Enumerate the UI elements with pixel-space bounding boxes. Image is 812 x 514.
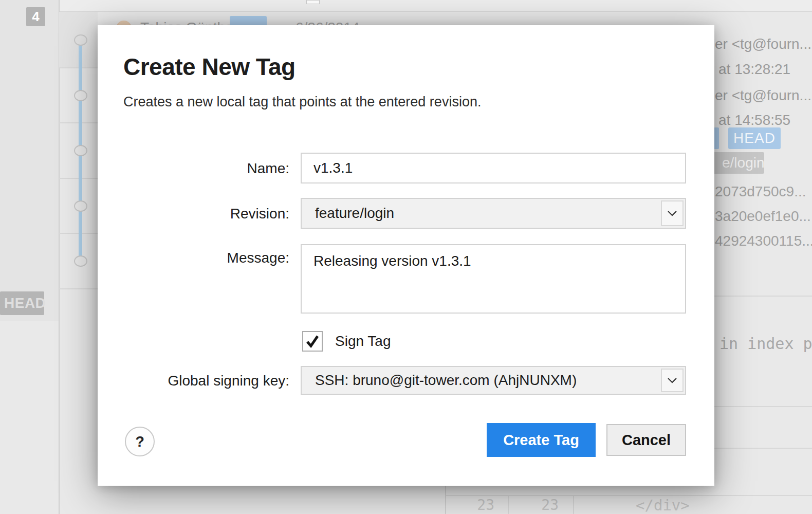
checkmark-icon <box>305 335 320 348</box>
pane-divider <box>709 406 812 407</box>
chevron-down-icon[interactable] <box>661 369 684 392</box>
commit-node <box>74 34 87 46</box>
pane-divider <box>709 448 812 449</box>
diff-row-divider <box>445 495 812 496</box>
sidebar-divider <box>59 0 60 514</box>
commit-count-badge: 4 <box>26 7 45 26</box>
toolbar-button-fragment <box>306 0 320 4</box>
commit-detail-line: at 14:58:55 <box>718 112 790 128</box>
revision-dropdown[interactable]: feature/login <box>301 198 686 229</box>
revision-selected-value: feature/login <box>315 199 394 228</box>
diff-old-line-number: 23 <box>445 497 494 513</box>
message-textarea[interactable]: Releasing version v1.3.1 <box>301 244 686 314</box>
diff-header-text: in index p <box>719 335 812 353</box>
sign-tag-checkbox[interactable] <box>302 331 323 352</box>
commit-detail-line: er <tg@fourn... <box>715 87 811 104</box>
dialog-subtitle: Creates a new local tag that points at t… <box>123 94 481 110</box>
message-label: Message: <box>98 250 289 266</box>
create-tag-button[interactable]: Create Tag <box>487 423 596 457</box>
sign-tag-label: Sign Tag <box>335 333 391 350</box>
signing-key-label: Global signing key: <box>98 373 289 389</box>
signing-key-selected-value: SSH: bruno@git-tower.com (AhjNUNXM) <box>315 367 577 394</box>
app-window: 4 HEAD Tobias Günther 6/26/2014 er <tg@f… <box>0 0 812 514</box>
commit-hash: 3a20e0ef1e0... <box>715 208 811 225</box>
gutter-divider <box>573 495 574 514</box>
commit-node <box>74 200 87 212</box>
help-button[interactable]: ? <box>125 427 155 456</box>
diff-new-line-number: 23 <box>508 497 559 513</box>
create-tag-dialog: Create New Tag Creates a new local tag t… <box>98 25 714 486</box>
commit-node <box>74 145 87 156</box>
row-divider <box>59 288 98 289</box>
commit-hash: 42924300115... <box>715 233 812 249</box>
commit-detail-line: at 13:28:21 <box>718 61 790 78</box>
dialog-title: Create New Tag <box>123 53 296 81</box>
sidebar-panel <box>0 0 59 321</box>
branch-ref-badge: e/login <box>712 152 764 174</box>
head-ref-badge: HEAD <box>728 127 781 149</box>
background-toolbar <box>59 0 812 12</box>
head-ref-badge-sidebar: HEAD <box>0 291 44 315</box>
commit-node <box>74 90 87 101</box>
commit-node <box>74 255 87 267</box>
chevron-down-icon[interactable] <box>661 200 684 226</box>
commit-hash: 2073d750c9... <box>715 183 806 200</box>
pane-divider <box>709 296 812 297</box>
diff-code-text: </div> <box>636 497 690 514</box>
commit-detail-line: er <tg@fourn... <box>715 36 811 52</box>
revision-label: Revision: <box>98 206 289 222</box>
signing-key-dropdown[interactable]: SSH: bruno@git-tower.com (AhjNUNXM) <box>301 366 686 395</box>
name-label: Name: <box>98 160 289 177</box>
name-input[interactable] <box>301 153 686 183</box>
cancel-button[interactable]: Cancel <box>606 424 686 456</box>
